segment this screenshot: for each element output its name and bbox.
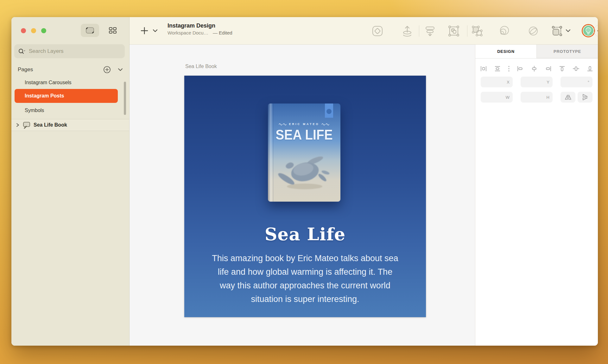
toolbar-separator xyxy=(467,25,467,37)
symbol-icon xyxy=(371,25,384,37)
bookmark-dot xyxy=(326,109,332,114)
minimize-window-button[interactable] xyxy=(31,28,36,33)
book-author-line: ERIC MATEO xyxy=(268,122,340,126)
zoom-window-button[interactable] xyxy=(41,28,46,33)
document-title-block[interactable]: Instagram Design Workspace Docu… — Edite… xyxy=(168,22,232,35)
insert-button[interactable] xyxy=(140,26,149,35)
toolbar-separator xyxy=(419,25,419,37)
mask-icon xyxy=(527,24,540,38)
canvas-view-icon xyxy=(85,27,95,34)
book-cover-title: SEA LIFE xyxy=(271,127,338,143)
wave-ornament-icon xyxy=(279,123,287,125)
move-forward-icon xyxy=(401,25,414,37)
tab-design[interactable]: DESIGN xyxy=(475,45,536,58)
height-input[interactable]: H xyxy=(521,92,553,103)
more-collaborators-button[interactable]: ••• xyxy=(594,25,598,37)
rotation-field-label: ° xyxy=(588,80,589,85)
ungroup-icon xyxy=(471,24,484,38)
align-right-icon[interactable] xyxy=(544,65,552,72)
artboard-sea-life-book[interactable]: ERIC MATEO SEA LIFE xyxy=(184,76,426,317)
pages-title: Pages xyxy=(18,66,33,73)
boolean-union-button[interactable] xyxy=(497,24,511,38)
left-sidebar: Pages xyxy=(11,17,130,346)
ungroup-button[interactable] xyxy=(470,24,484,38)
sidebar-scrollbar[interactable] xyxy=(124,82,126,115)
pages-header: Pages xyxy=(18,65,123,75)
sidebar-item-instagram-posts[interactable]: Instagram Posts xyxy=(15,89,118,103)
book-cover-image[interactable]: ERIC MATEO SEA LIFE xyxy=(268,104,340,202)
post-heading[interactable]: Sea Life xyxy=(184,224,426,244)
ellipsis-icon: ••• xyxy=(597,28,598,33)
sidebar-item-instagram-carousels[interactable]: Instagram Carousels xyxy=(15,77,118,88)
search-input[interactable] xyxy=(29,48,121,54)
width-input[interactable]: W xyxy=(481,92,513,103)
inspector-tabs: DESIGN PROTOTYPE xyxy=(475,45,598,59)
layer-label: Sea Life Book xyxy=(34,122,67,128)
y-position-input[interactable]: Y xyxy=(521,77,553,87)
collapse-pages-icon[interactable] xyxy=(117,68,123,72)
close-window-button[interactable] xyxy=(21,28,26,33)
height-field-label: H xyxy=(547,95,549,100)
canvas-view-button[interactable] xyxy=(81,24,99,37)
traffic-lights xyxy=(21,28,46,33)
tab-prototype[interactable]: PROTOTYPE xyxy=(536,45,598,58)
edited-status: — Edited xyxy=(213,30,232,35)
x-field-label: X xyxy=(507,80,510,85)
sketch-window: Pages xyxy=(11,17,598,346)
align-center-horizontally-icon[interactable] xyxy=(530,65,538,72)
book-bookmark-badge xyxy=(325,104,333,118)
flip-vertical-button[interactable] xyxy=(578,92,592,103)
page-label: Symbols xyxy=(25,108,44,113)
move-backward-icon xyxy=(424,25,436,37)
flip-vertical-icon xyxy=(582,93,589,101)
layer-item-sea-life-book[interactable]: Sea Life Book xyxy=(11,119,129,131)
flip-horizontal-button[interactable] xyxy=(560,92,575,103)
page-label: Instagram Posts xyxy=(25,93,64,99)
artboard-label[interactable]: Sea Life Book xyxy=(185,64,217,69)
rotation-input[interactable]: ° xyxy=(560,77,592,87)
insert-dropdown-chevron-icon[interactable] xyxy=(152,28,159,34)
components-view-button[interactable] xyxy=(104,24,122,37)
expand-layer-chevron-icon[interactable] xyxy=(16,123,20,127)
distribute-vertically-icon[interactable] xyxy=(494,65,501,72)
move-backward-button[interactable] xyxy=(423,25,437,37)
align-top-icon[interactable] xyxy=(558,65,566,72)
book-author-text: ERIC MATEO xyxy=(289,122,320,126)
document-title: Instagram Design xyxy=(168,22,232,29)
distribute-horizontally-icon[interactable] xyxy=(480,65,487,72)
wave-ornament-icon xyxy=(321,123,330,125)
align-middle-vertically-icon[interactable] xyxy=(572,65,580,72)
alignment-toolbar xyxy=(480,62,594,75)
y-field-label: Y xyxy=(547,80,549,85)
mask-button[interactable] xyxy=(526,24,540,38)
search-layers-field[interactable] xyxy=(14,44,125,58)
create-symbol-button[interactable] xyxy=(370,24,384,38)
collaborator-avatar[interactable] xyxy=(582,24,595,37)
hot-air-balloon-icon xyxy=(584,27,592,35)
x-position-input[interactable]: X xyxy=(481,77,513,87)
post-description[interactable]: This amazing book by Eric Mateo talks ab… xyxy=(212,252,399,306)
artboard-icon xyxy=(22,121,31,129)
divider xyxy=(11,131,129,131)
toolbar: Instagram Design Workspace Docu… — Edite… xyxy=(130,17,598,45)
workspace-name[interactable]: Workspace Docu… xyxy=(168,30,208,35)
sea-turtle-illustration xyxy=(272,154,336,191)
align-left-icon[interactable] xyxy=(516,65,524,72)
add-page-button[interactable] xyxy=(103,66,111,74)
scale-button[interactable] xyxy=(551,25,563,37)
group-button[interactable] xyxy=(447,24,461,38)
sidebar-item-symbols[interactable]: Symbols xyxy=(15,105,118,116)
sidebar-view-toggles xyxy=(81,24,122,37)
scale-dropdown-chevron-icon[interactable] xyxy=(565,28,571,34)
inspector-panel: DESIGN PROTOTYPE xyxy=(475,45,598,346)
page-label: Instagram Carousels xyxy=(25,80,72,85)
width-field-label: W xyxy=(506,95,510,100)
align-bottom-icon[interactable] xyxy=(586,65,594,72)
move-forward-button[interactable] xyxy=(401,25,414,37)
desktop: Pages xyxy=(0,0,608,364)
canvas-area[interactable]: Sea Life Book ERIC MATEO SEA LIFE xyxy=(130,45,475,346)
flip-horizontal-icon xyxy=(564,94,572,101)
union-shell-icon xyxy=(497,24,510,38)
more-options-icon[interactable] xyxy=(508,65,510,72)
group-icon xyxy=(447,24,460,38)
